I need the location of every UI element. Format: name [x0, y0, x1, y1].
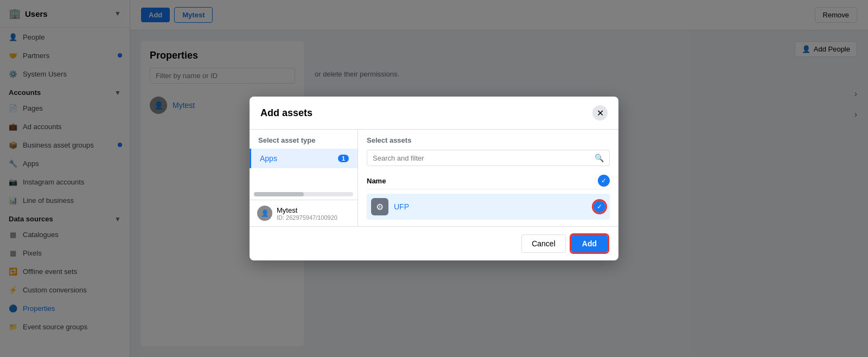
- asset-name: UFP: [394, 202, 409, 211]
- add-button-modal[interactable]: Add: [571, 235, 608, 252]
- mytest-avatar: 👤: [257, 206, 272, 221]
- asset-app-icon: ⚙: [371, 198, 388, 215]
- modal-footer: Cancel Add: [250, 226, 618, 260]
- modal-close-button[interactable]: ✕: [592, 105, 608, 120]
- apps-badge: 1: [338, 155, 349, 162]
- mytest-info-area: 👤 Mytest ID: 262975947/100920: [250, 200, 358, 226]
- mytest-name: Mytest: [277, 206, 337, 214]
- mytest-details: Mytest ID: 262975947/100920: [277, 206, 337, 221]
- assets-search-bar: 🔍: [367, 150, 610, 166]
- assets-panel: Select assets 🔍 Name ✓ ⚙ UFP: [358, 130, 618, 226]
- scrollbar-thumb: [254, 192, 304, 196]
- horizontal-scrollbar[interactable]: [254, 192, 353, 196]
- asset-row-left: ⚙ UFP: [371, 198, 409, 215]
- asset-type-apps[interactable]: Apps 1: [250, 149, 358, 168]
- select-all-checkbox[interactable]: ✓: [598, 175, 610, 187]
- add-assets-modal: Add assets ✕ Select asset type Apps 1: [250, 97, 618, 260]
- apps-type-label: Apps: [260, 154, 277, 163]
- mytest-id: ID: 262975947/100920: [277, 214, 337, 221]
- search-icon: 🔍: [595, 154, 604, 162]
- asset-type-panel: Select asset type Apps 1 👤: [250, 130, 358, 226]
- modal-header: Add assets ✕: [250, 97, 618, 130]
- cancel-button[interactable]: Cancel: [521, 234, 566, 253]
- asset-row-ufp[interactable]: ⚙ UFP ✓: [367, 194, 610, 220]
- assets-search-input[interactable]: [373, 154, 591, 162]
- modal-body: Select asset type Apps 1 👤: [250, 130, 618, 226]
- assets-table-header: Name ✓: [367, 173, 610, 189]
- modal-title: Add assets: [260, 107, 312, 119]
- mytest-info: 👤 Mytest ID: 262975947/100920: [257, 206, 350, 221]
- select-assets-label: Select assets: [367, 136, 610, 144]
- asset-checkbox[interactable]: ✓: [593, 201, 605, 213]
- select-asset-type-label: Select asset type: [250, 136, 358, 149]
- name-column-header: Name: [367, 177, 386, 185]
- modal-left-bottom: 👤 Mytest ID: 262975947/100920: [250, 192, 358, 226]
- modal-overlay: Add assets ✕ Select asset type Apps 1: [0, 0, 868, 357]
